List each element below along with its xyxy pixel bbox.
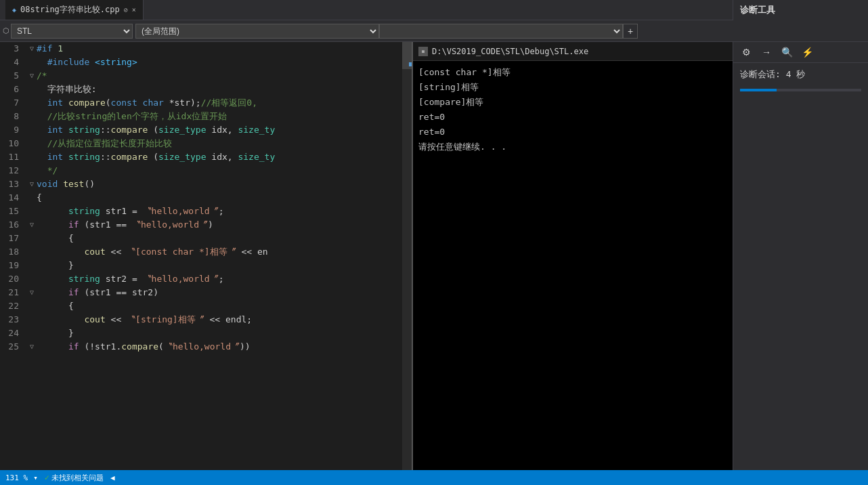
- sidebar-progress-bar-container: [740, 89, 861, 91]
- line-number: 9: [3, 123, 19, 137]
- session-time-label: 诊断会话: 4 秒: [740, 69, 805, 79]
- status-message: 未找到相关问题: [51, 473, 104, 483]
- line-number: 17: [3, 232, 19, 245]
- console-line: ret=0: [418, 110, 727, 125]
- sidebar-action-button[interactable]: ⚡: [798, 45, 816, 60]
- line-number: 3: [3, 42, 19, 56]
- sidebar-session-info: 诊断会话: 4 秒: [733, 63, 868, 86]
- console-panel: ▪ D:\VS2019_CODE\STL\Debug\STL.exe [cons…: [412, 42, 733, 470]
- line-number: 25: [3, 340, 19, 354]
- sidebar-progress-bar: [740, 89, 777, 91]
- console-line: [compare]相等: [418, 95, 727, 110]
- project-select[interactable]: STL: [11, 24, 133, 39]
- fold-icon[interactable]: ▽: [27, 342, 37, 352]
- code-text: string str2 = 〝hello,world〞;: [37, 272, 223, 286]
- code-line: ▽ if (!str1.compare(〝hello,world〞)): [24, 340, 402, 354]
- sidebar-export-button[interactable]: →: [758, 45, 775, 60]
- vertical-scrollbar[interactable]: [402, 42, 412, 470]
- code-line: ▽/*: [24, 69, 402, 83]
- code-line: {: [24, 299, 402, 313]
- fold-icon[interactable]: ▽: [27, 220, 37, 230]
- line-number: 19: [3, 259, 19, 272]
- function-select[interactable]: [379, 24, 623, 39]
- code-text: }: [37, 326, 74, 340]
- code-text: //从指定位置指定长度开始比较: [37, 137, 172, 150]
- code-line: //比较string的len个字符，从idx位置开始: [24, 110, 402, 123]
- code-line: string str2 = 〝hello,world〞;: [24, 272, 402, 286]
- line-number: 14: [3, 191, 19, 205]
- zoom-dropdown-icon[interactable]: ▾: [33, 473, 38, 482]
- code-area: 345678910111213141516171819202122232425 …: [0, 42, 412, 470]
- line-number: 23: [3, 313, 19, 326]
- code-text: 字符串比较:: [37, 83, 96, 96]
- console-output: [const char *]相等[string]相等[compare]相等ret…: [413, 61, 733, 470]
- fold-icon[interactable]: ▽: [27, 71, 37, 81]
- line-number: 22: [3, 299, 19, 313]
- code-text: cout << 〝[const char *]相等〞 << en: [37, 245, 268, 259]
- line-number: 15: [3, 205, 19, 218]
- line-number: 21: [3, 286, 19, 299]
- tab-file-icon: ◈: [12, 6, 16, 14]
- zoom-level: 131 %: [5, 473, 28, 482]
- code-text: if (str1 == str2): [37, 286, 158, 299]
- code-line: ▽#if 1: [24, 42, 402, 56]
- fold-icon[interactable]: ▽: [27, 288, 37, 297]
- status-left: 131 % ▾: [5, 473, 38, 482]
- code-line: //从指定位置指定长度开始比较: [24, 137, 402, 150]
- status-ok-icon: ✓: [45, 473, 49, 482]
- tab-pin-icon[interactable]: ⊘: [124, 6, 128, 14]
- sidebar-title-label: 诊断工具: [740, 4, 775, 16]
- sidebar-title-bar: 诊断工具: [733, 0, 868, 20]
- tab-close-button[interactable]: ×: [132, 6, 136, 14]
- sidebar-toolbar: ⚙ → 🔍 ⚡: [733, 42, 868, 63]
- code-text: {: [37, 299, 74, 313]
- line-number: 4: [3, 56, 19, 69]
- code-text: #if 1: [37, 42, 63, 56]
- code-line: string str1 = 〝hello,world〞;: [24, 205, 402, 218]
- code-text: cout << 〝[string]相等〞 << endl;: [37, 313, 252, 326]
- tab-filename: 08string字符串比较.cpp: [20, 4, 120, 16]
- code-text: void test(): [37, 177, 95, 191]
- code-line: {: [24, 232, 402, 245]
- fold-icon[interactable]: ▽: [27, 180, 37, 189]
- code-text: #include <string>: [37, 56, 137, 69]
- project-selector: ⬡ STL: [0, 24, 135, 39]
- console-icon: ▪: [418, 47, 428, 56]
- code-text: int string::compare (size_type idx, size…: [37, 150, 275, 164]
- line-number: 10: [3, 137, 19, 150]
- code-text: int compare(const char *str);//相等返回0,: [37, 96, 257, 110]
- title-bar: ◈ 08string字符串比较.cpp ⊘ × ▾ ⚙ 诊断工具: [0, 0, 868, 20]
- line-number: 16: [3, 218, 19, 232]
- sidebar-zoom-in-button[interactable]: 🔍: [778, 45, 796, 60]
- code-line: int compare(const char *str);//相等返回0,: [24, 96, 402, 110]
- console-line: 请按任意键继续. . .: [418, 140, 727, 154]
- status-ok: ✓ 未找到相关问题: [45, 473, 104, 483]
- code-line: }: [24, 326, 402, 340]
- sidebar-settings-button[interactable]: ⚙: [737, 45, 755, 60]
- code-line: */: [24, 164, 402, 177]
- line-number: 13: [3, 177, 19, 191]
- right-sidebar: ⚙ → 🔍 ⚡ 诊断会话: 4 秒: [733, 42, 868, 470]
- console-title: D:\VS2019_CODE\STL\Debug\STL.exe: [432, 47, 588, 56]
- console-line: [string]相等: [418, 80, 727, 95]
- line-number: 20: [3, 272, 19, 286]
- line-number: 18: [3, 245, 19, 259]
- code-line: #include <string>: [24, 56, 402, 69]
- editor-tab[interactable]: ◈ 08string字符串比较.cpp ⊘ ×: [5, 0, 144, 20]
- console-line: [const char *]相等: [418, 65, 727, 80]
- code-text: //比较string的len个字符，从idx位置开始: [37, 110, 227, 123]
- code-content[interactable]: ▽#if 1 #include <string>▽/* 字符串比较: int c…: [24, 42, 402, 470]
- fold-icon[interactable]: ▽: [27, 44, 37, 54]
- console-line: ret=0: [418, 125, 727, 140]
- line-number: 24: [3, 326, 19, 340]
- code-text: int string::compare (size_type idx, size…: [37, 123, 275, 137]
- add-button[interactable]: +: [623, 24, 638, 39]
- toolbar: ⬡ STL (全局范围) +: [0, 20, 868, 42]
- line-number: 12: [3, 164, 19, 177]
- scroll-left-icon[interactable]: ◀: [110, 473, 115, 482]
- code-line: int string::compare (size_type idx, size…: [24, 150, 402, 164]
- scope-select[interactable]: (全局范围): [135, 24, 379, 39]
- code-line: ▽void test(): [24, 177, 402, 191]
- line-number: 5: [3, 69, 19, 83]
- code-line: cout << 〝[string]相等〞 << endl;: [24, 313, 402, 326]
